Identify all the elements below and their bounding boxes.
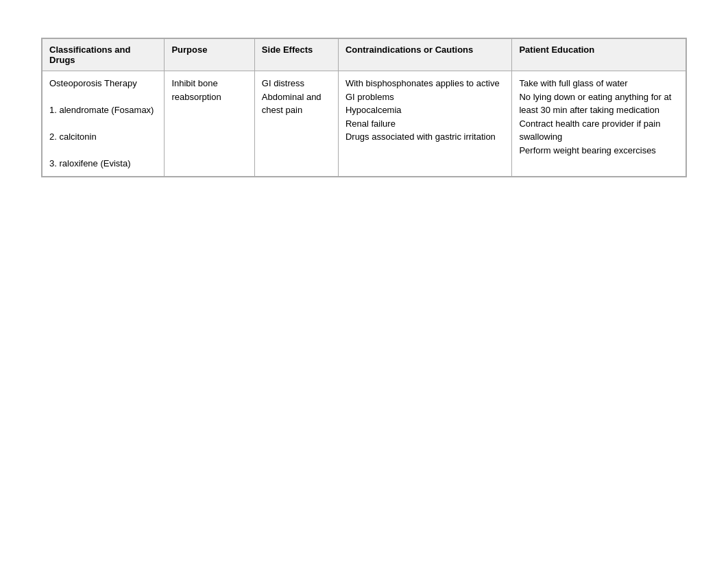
contra-2: Hypocalcemia	[345, 105, 402, 115]
header-classification: Classifications and Drugs	[43, 39, 165, 71]
purpose-text: Inhibit bone reabsorption	[171, 78, 221, 102]
edu-1: Take with full glass of water	[519, 78, 627, 88]
edu-2: No lying down or eating anything for at …	[519, 92, 671, 116]
cell-classification: Osteoporosis Therapy 1. alendromate (Fos…	[43, 71, 165, 177]
osteoporosis-table: Classifications and Drugs Purpose Side E…	[42, 38, 686, 177]
cell-patient-education: Take with full glass of water No lying d…	[512, 71, 686, 177]
cell-purpose: Inhibit bone reabsorption	[165, 71, 254, 177]
contra-1: With bisphosphonates applies to active G…	[345, 78, 500, 102]
table-row: Osteoporosis Therapy 1. alendromate (Fos…	[43, 71, 686, 177]
edu-4: Perform weight bearing excercises	[519, 145, 655, 155]
drug-2: 2. calcitonin	[49, 132, 97, 142]
cell-side-effects: GI distress Abdominal and chest pain	[254, 71, 338, 177]
header-contraindications: Contraindications or Cautions	[338, 39, 512, 71]
header-side-effects: Side Effects	[254, 39, 338, 71]
edu-3: Contract health care provider if pain sw…	[519, 118, 660, 142]
table-header-row: Classifications and Drugs Purpose Side E…	[43, 39, 686, 71]
header-patient-education: Patient Education	[512, 39, 686, 71]
side-effect-2: Abdominal and chest pain	[262, 92, 321, 116]
side-effect-1: GI distress	[262, 78, 304, 88]
contra-3: Renal failure	[345, 118, 396, 129]
contra-4: Drugs associated with gastric irritation	[345, 132, 496, 142]
header-purpose: Purpose	[165, 39, 254, 71]
drug-1: 1. alendromate (Fosamax)	[49, 105, 154, 115]
main-table-container: Classifications and Drugs Purpose Side E…	[41, 38, 687, 177]
drug-3: 3. raloxifene (Evista)	[49, 158, 131, 168]
therapy-title: Osteoporosis Therapy	[49, 78, 137, 88]
cell-contraindications: With bisphosphonates applies to active G…	[338, 71, 512, 177]
